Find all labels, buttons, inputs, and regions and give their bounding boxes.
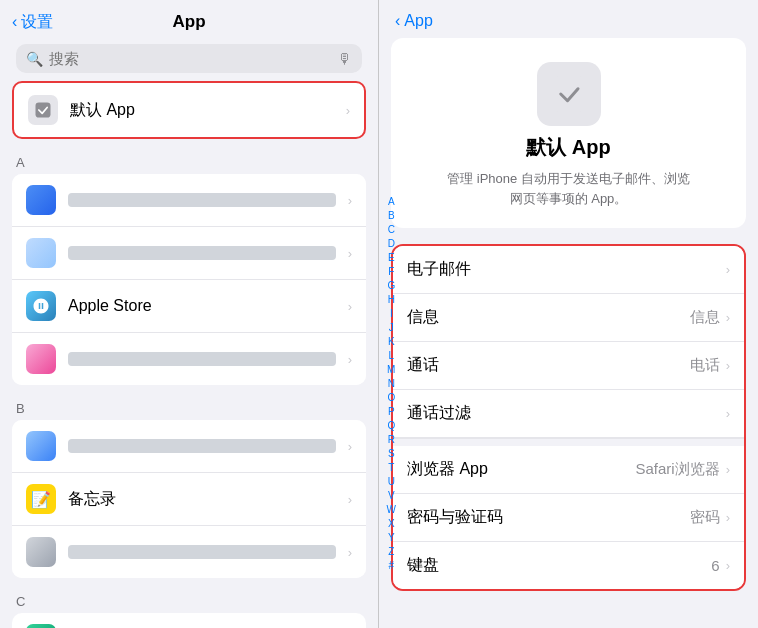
browser-setting[interactable]: 浏览器 App Safari浏览器 › <box>393 446 744 494</box>
app-icon <box>26 431 56 461</box>
list-item[interactable]: › <box>12 420 366 473</box>
app-icon <box>26 344 56 374</box>
alpha-r[interactable]: R <box>388 433 395 446</box>
section-c-group: 📍 查找 › <box>12 613 366 628</box>
mic-icon: 🎙 <box>337 50 352 67</box>
alpha-b[interactable]: B <box>388 209 395 222</box>
alpha-c[interactable]: C <box>388 223 395 236</box>
alpha-z[interactable]: Z <box>388 545 394 558</box>
alpha-d[interactable]: D <box>388 237 395 250</box>
apple-store-icon <box>26 291 56 321</box>
left-header: ‹ 设置 App <box>0 0 378 40</box>
chevron-right-icon: › <box>726 406 730 421</box>
search-bar[interactable]: 🔍 🎙 <box>16 44 362 73</box>
alpha-o[interactable]: O <box>387 391 395 404</box>
alpha-hash[interactable]: # <box>388 559 394 572</box>
section-b-label: B <box>0 397 378 420</box>
back-button-left[interactable]: ‹ 设置 <box>12 12 53 33</box>
notes-item[interactable]: 📝 备忘录 › <box>12 473 366 526</box>
alpha-l[interactable]: L <box>388 349 394 362</box>
alpha-y[interactable]: Y <box>388 531 395 544</box>
svg-rect-1 <box>551 76 587 112</box>
apple-store-item[interactable]: Apple Store › <box>12 280 366 333</box>
chevron-left-icon: ‹ <box>12 13 17 31</box>
alpha-a[interactable]: A <box>388 195 395 208</box>
chevron-right-icon: › <box>726 462 730 477</box>
list-item[interactable]: › <box>12 227 366 280</box>
calls-setting[interactable]: 通话 电话 › <box>393 342 744 390</box>
svg-rect-0 <box>36 103 51 118</box>
alpha-e[interactable]: E <box>388 251 395 264</box>
messages-label: 信息 <box>407 307 690 328</box>
alpha-m[interactable]: M <box>387 363 395 376</box>
chevron-right-icon: › <box>346 103 350 118</box>
back-button-right[interactable]: ‹ App <box>395 12 433 30</box>
alpha-v[interactable]: V <box>388 489 395 502</box>
app-info-desc: 管理 iPhone 自动用于发送电子邮件、浏览 网页等事项的 App。 <box>447 169 690 208</box>
alpha-h[interactable]: H <box>388 293 395 306</box>
chevron-right-icon: › <box>726 262 730 277</box>
keyboard-setting[interactable]: 键盘 6 › <box>393 542 744 589</box>
back-label-right: App <box>404 12 432 30</box>
alpha-j[interactable]: J <box>389 321 394 334</box>
alpha-x[interactable]: X <box>388 517 395 530</box>
blurred-name <box>68 352 336 366</box>
list-content: 默认 App › A › › <box>0 81 378 628</box>
call-filter-label: 通话过滤 <box>407 403 726 424</box>
right-panel: ‹ App 默认 App 管理 iPhone 自动用于发送电子邮件、浏览 网页等… <box>379 0 758 628</box>
password-setting[interactable]: 密码与验证码 密码 › <box>393 494 744 542</box>
calls-value: 电话 <box>690 356 720 375</box>
page-title-left: App <box>172 12 205 32</box>
section-b-group: › 📝 备忘录 › › <box>12 420 366 578</box>
alpha-i[interactable]: I <box>390 307 393 320</box>
back-label-left: 设置 <box>21 12 53 33</box>
list-item[interactable]: › <box>12 333 366 385</box>
list-item[interactable]: › <box>12 526 366 578</box>
alpha-w[interactable]: W <box>387 503 396 516</box>
find-icon: 📍 <box>26 624 56 628</box>
right-header: ‹ App <box>379 0 758 38</box>
default-app-icon <box>28 95 58 125</box>
alpha-f[interactable]: F <box>388 265 394 278</box>
chevron-right-icon: › <box>726 358 730 373</box>
search-icon: 🔍 <box>26 51 43 67</box>
keyboard-label: 键盘 <box>407 555 711 576</box>
alpha-q[interactable]: Q <box>387 419 395 432</box>
notes-label: 备忘录 <box>68 489 336 510</box>
settings-card: 电子邮件 › 信息 信息 › 通话 电话 › 通话过滤 › 浏览器 App <box>391 244 746 591</box>
password-label: 密码与验证码 <box>407 507 690 528</box>
section-a-label: A <box>0 151 378 174</box>
alphabet-sidebar: A B C D E F G H I J K L M N O P Q R S T … <box>387 195 396 572</box>
keyboard-value: 6 <box>711 557 719 574</box>
messages-setting[interactable]: 信息 信息 › <box>393 294 744 342</box>
app-info-title: 默认 App <box>526 134 610 161</box>
email-label: 电子邮件 <box>407 259 726 280</box>
alpha-s[interactable]: S <box>388 447 395 460</box>
settings-divider <box>393 438 744 446</box>
chevron-right-icon: › <box>348 299 352 314</box>
right-content: 默认 App 管理 iPhone 自动用于发送电子邮件、浏览 网页等事项的 Ap… <box>379 38 758 628</box>
alpha-k[interactable]: K <box>388 335 395 348</box>
browser-label: 浏览器 App <box>407 459 635 480</box>
find-item[interactable]: 📍 查找 › <box>12 613 366 628</box>
blurred-name <box>68 246 336 260</box>
email-setting[interactable]: 电子邮件 › <box>393 246 744 294</box>
default-app-label: 默认 App <box>70 100 334 121</box>
alpha-n[interactable]: N <box>388 377 395 390</box>
list-item[interactable]: › <box>12 174 366 227</box>
alpha-g[interactable]: G <box>387 279 395 292</box>
chevron-right-icon: › <box>348 193 352 208</box>
app-icon <box>26 537 56 567</box>
call-filter-setting[interactable]: 通话过滤 › <box>393 390 744 438</box>
chevron-right-icon: › <box>348 492 352 507</box>
alpha-t[interactable]: T <box>388 461 394 474</box>
chevron-right-icon: › <box>348 352 352 367</box>
blurred-name <box>68 545 336 559</box>
alpha-u[interactable]: U <box>388 475 395 488</box>
app-big-icon <box>537 62 601 126</box>
chevron-right-icon: › <box>348 246 352 261</box>
search-input[interactable] <box>49 50 331 67</box>
chevron-right-icon: › <box>348 545 352 560</box>
default-app-item[interactable]: 默认 App › <box>12 81 366 139</box>
alpha-p[interactable]: P <box>388 405 395 418</box>
